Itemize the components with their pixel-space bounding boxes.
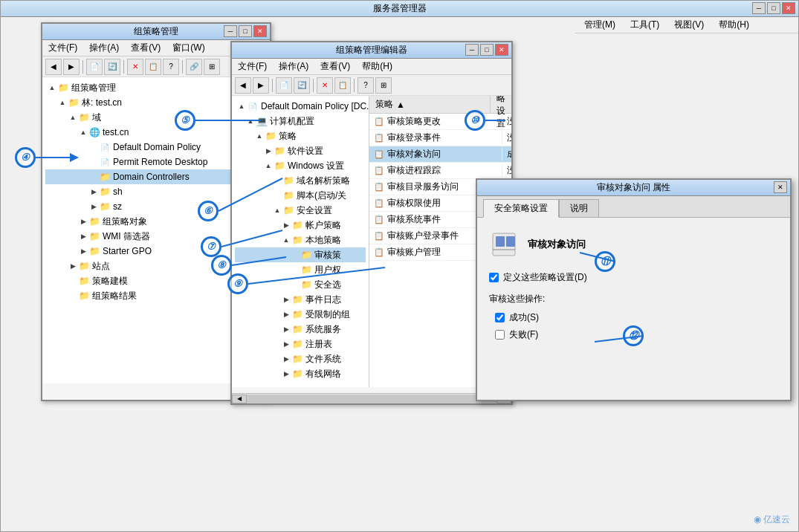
forward-btn[interactable]: ▶ bbox=[63, 59, 80, 75]
registry-icon: 📁 bbox=[291, 338, 303, 350]
gpoe-ext2[interactable]: ⊞ bbox=[375, 77, 392, 94]
gpoe-left-tree: ▲ 📄 Default Domain Policy [DC... ▲ 💻 计算机… bbox=[232, 96, 369, 387]
gpoe-menu-action[interactable]: 操作(A) bbox=[276, 59, 311, 74]
failure-checkbox[interactable] bbox=[495, 330, 505, 340]
results-icon: 📁 bbox=[78, 290, 90, 302]
tab-description[interactable]: 说明 bbox=[559, 199, 599, 217]
menu-view[interactable]: 视图(V) bbox=[671, 17, 707, 33]
gpoe-windows[interactable]: ▲ 📁 Windows 设置 bbox=[235, 158, 366, 173]
tree-prd-label: Permit Remote Desktop bbox=[113, 157, 207, 167]
gpoe-user-rights[interactable]: 📁 用户权 bbox=[235, 262, 366, 277]
root-expand: ▲ bbox=[47, 84, 57, 91]
prop-btn[interactable]: 📋 bbox=[145, 59, 161, 75]
gpoe-refresh[interactable]: 🔄 bbox=[294, 77, 310, 94]
svg-rect-2 bbox=[506, 236, 515, 247]
gpoe-software[interactable]: ▶ 📁 软件设置 bbox=[235, 143, 366, 158]
gpm-menu-window[interactable]: 窗口(W) bbox=[169, 40, 207, 56]
help-btn[interactable]: ? bbox=[163, 59, 179, 75]
gpoe-audit[interactable]: 📁 审核策 bbox=[235, 247, 366, 262]
sites-expand: ▶ bbox=[68, 262, 78, 270]
testcn-expand: ▲ bbox=[78, 129, 88, 136]
gpoe-column-header: 策略 ▲ 策略设置 bbox=[369, 96, 511, 114]
gpoe-restricted[interactable]: ▶ 📁 受限制的组 bbox=[235, 307, 366, 322]
gpoe-policies[interactable]: ▲ 📁 策略 bbox=[235, 129, 366, 143]
ext2-btn[interactable]: ⊞ bbox=[204, 59, 220, 75]
gpo-icon: 📁 bbox=[88, 215, 100, 227]
gpoe-tree-root[interactable]: ▲ 📄 Default Domain Policy [DC... bbox=[235, 99, 366, 114]
gpoe-local[interactable]: ▲ 📁 本地策略 bbox=[235, 233, 366, 247]
gpoe-services[interactable]: ▶ 📁 系统服务 bbox=[235, 322, 366, 337]
menu-tools[interactable]: 工具(T) bbox=[627, 17, 662, 33]
gpoe-scripts[interactable]: 📁 脚本(启动/关 bbox=[235, 188, 366, 203]
wired-label: 有线网络 bbox=[305, 368, 341, 380]
domains-icon: 📁 bbox=[78, 111, 90, 123]
registry-label: 注册表 bbox=[305, 338, 332, 351]
gpoe-show[interactable]: 📄 bbox=[276, 77, 292, 94]
back-btn[interactable]: ◀ bbox=[45, 59, 62, 75]
gpoe-security[interactable]: ▲ 📁 安全设置 bbox=[235, 203, 366, 218]
gpoe-delete[interactable]: ✕ bbox=[317, 77, 333, 94]
gpoe-forward[interactable]: ▶ bbox=[253, 77, 269, 94]
gpoe-prop[interactable]: 📋 bbox=[334, 77, 351, 94]
scroll-left[interactable]: ◀ bbox=[232, 395, 247, 403]
policy-row-3[interactable]: 📋 审核进程跟踪 没有定义 bbox=[369, 163, 511, 179]
policy-row-1[interactable]: 📋 审核登录事件 没有定义 bbox=[369, 130, 511, 146]
gpoe-menu-file[interactable]: 文件(F) bbox=[235, 59, 270, 74]
gpoe-filesystem[interactable]: ▶ 📁 文件系统 bbox=[235, 351, 366, 366]
menu-help[interactable]: 帮助(H) bbox=[716, 17, 752, 33]
audit-icon-row: 审核对象访问 bbox=[489, 230, 778, 259]
policy-name-3: 📋 审核进程跟踪 bbox=[369, 164, 502, 177]
refresh-btn[interactable]: 🔄 bbox=[104, 59, 120, 75]
tree-root-label: 组策略管理 bbox=[71, 82, 116, 94]
gpoe-minimize[interactable]: ─ bbox=[465, 44, 479, 56]
gpoe-wired[interactable]: ▶ 📁 有线网络 bbox=[235, 366, 366, 381]
gpoe-account[interactable]: ▶ 📁 帐户策略 bbox=[235, 218, 366, 233]
audit-label: 审核策 bbox=[314, 249, 341, 262]
col-setting[interactable]: 策略设置 bbox=[491, 96, 511, 113]
gpoe-back[interactable]: ◀ bbox=[235, 77, 251, 94]
gpoe-event-log[interactable]: ▶ 📁 事件日志 bbox=[235, 292, 366, 307]
ext-btn[interactable]: 🔗 bbox=[186, 59, 202, 75]
minimize-btn[interactable]: ─ bbox=[752, 2, 766, 14]
gpoe-ext[interactable]: ? bbox=[358, 77, 374, 94]
gpoe-menu-view[interactable]: 查看(V) bbox=[317, 59, 353, 74]
sec-opt-icon: 📁 bbox=[300, 279, 312, 291]
menu-manage[interactable]: 管理(M) bbox=[581, 17, 618, 33]
gpoe-close[interactable]: ✕ bbox=[495, 44, 508, 56]
gpm-menu-view[interactable]: 查看(V) bbox=[128, 40, 164, 56]
gpoe-scrollbar[interactable]: ◀ ▶ bbox=[232, 393, 511, 403]
gpoe-computer-config[interactable]: ▲ 💻 计算机配置 bbox=[235, 114, 366, 129]
tab-security-policy[interactable]: 安全策略设置 bbox=[483, 199, 559, 218]
gpoe-sec-options[interactable]: 📁 安全选 bbox=[235, 277, 366, 292]
gpoe-registry[interactable]: ▶ 📁 注册表 bbox=[235, 337, 366, 351]
filesystem-icon: 📁 bbox=[291, 353, 303, 365]
gpm-minimize[interactable]: ─ bbox=[224, 25, 237, 37]
policies-label: 策略 bbox=[279, 130, 297, 143]
audit-dialog-title: 审核对象访问 属性 bbox=[597, 181, 670, 194]
gpm-maximize[interactable]: □ bbox=[239, 25, 252, 37]
gpm-close[interactable]: ✕ bbox=[253, 25, 267, 37]
success-checkbox[interactable] bbox=[495, 313, 505, 322]
delete-btn[interactable]: ✕ bbox=[127, 59, 143, 75]
gpm-menu-action[interactable]: 操作(A) bbox=[86, 40, 122, 56]
event-label: 事件日志 bbox=[305, 293, 341, 306]
server-manager-title: 服务器管理器 bbox=[373, 2, 427, 15]
gpoe-menu-help[interactable]: 帮助(H) bbox=[359, 59, 395, 74]
define-checkbox[interactable] bbox=[489, 273, 499, 282]
policy-name-0: 📋 审核策略更改 bbox=[369, 115, 502, 128]
show-btn[interactable]: 📄 bbox=[86, 59, 103, 75]
maximize-btn[interactable]: □ bbox=[767, 2, 780, 14]
forest-expand: ▲ bbox=[57, 99, 68, 106]
tree-testcn-label: test.cn bbox=[103, 127, 129, 137]
audit-close[interactable]: ✕ bbox=[774, 181, 787, 193]
policy-row-2[interactable]: 📋 审核对象访问 成功 bbox=[369, 146, 511, 163]
sep2 bbox=[123, 60, 124, 74]
policy-name-2: 📋 审核对象访问 bbox=[369, 148, 502, 160]
gpoe-name-resolution[interactable]: 📁 域名解析策略 bbox=[235, 173, 366, 188]
close-btn[interactable]: ✕ bbox=[782, 2, 795, 14]
gpoe-maximize[interactable]: □ bbox=[480, 44, 494, 56]
policy-row-0[interactable]: 📋 审核策略更改 没有定义 bbox=[369, 114, 511, 130]
col-policy[interactable]: 策略 ▲ bbox=[369, 96, 491, 113]
scripts-icon: 📁 bbox=[282, 189, 294, 201]
gpm-menu-file[interactable]: 文件(F) bbox=[45, 40, 80, 56]
